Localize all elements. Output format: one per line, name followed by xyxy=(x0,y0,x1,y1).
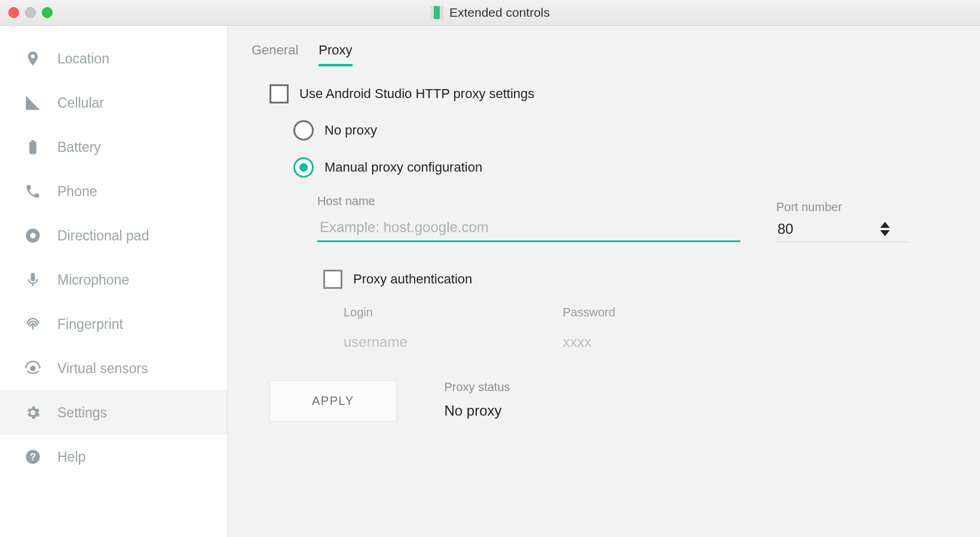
manual-proxy-radio[interactable] xyxy=(293,157,314,178)
svg-point-2 xyxy=(30,365,35,371)
use-android-studio-proxy-label: Use Android Studio HTTP proxy settings xyxy=(299,86,534,102)
app-icon xyxy=(430,6,443,19)
sidebar-item-phone[interactable]: Phone xyxy=(0,169,227,213)
proxy-auth-checkbox[interactable] xyxy=(323,270,342,289)
use-android-studio-proxy-checkbox[interactable] xyxy=(270,84,289,103)
sidebar-item-help[interactable]: ? Help xyxy=(0,435,227,479)
no-proxy-radio[interactable] xyxy=(293,120,314,141)
sidebar-item-label: Help xyxy=(57,449,85,465)
window-minimize-button[interactable] xyxy=(25,7,36,18)
proxy-auth-row: Proxy authentication xyxy=(323,270,956,289)
proxy-status: Proxy status No proxy xyxy=(445,380,510,419)
sidebar-item-location[interactable]: Location xyxy=(0,36,227,81)
fingerprint-icon xyxy=(24,315,42,333)
manual-proxy-row: Manual proxy configuration xyxy=(293,157,956,178)
no-proxy-row: No proxy xyxy=(293,120,956,141)
sidebar-item-label: Phone xyxy=(57,184,97,200)
cellular-signal-icon xyxy=(24,94,42,112)
sidebar-item-cellular[interactable]: Cellular xyxy=(0,81,227,125)
gear-icon xyxy=(24,404,42,422)
content-pane: General Proxy Use Android Studio HTTP pr… xyxy=(228,26,980,537)
sidebar-item-label: Virtual sensors xyxy=(57,361,148,377)
manual-proxy-label: Manual proxy configuration xyxy=(324,160,482,175)
port-stepper xyxy=(880,222,890,236)
microphone-icon xyxy=(24,271,42,289)
port-step-up[interactable] xyxy=(880,222,890,228)
login-label: Login xyxy=(344,306,408,319)
virtual-sensors-icon xyxy=(24,359,42,377)
sidebar-item-label: Microphone xyxy=(57,272,129,288)
password-input[interactable]: xxxx xyxy=(563,334,615,350)
window-close-button[interactable] xyxy=(8,7,19,18)
sidebar-item-label: Location xyxy=(57,51,109,67)
port-number-label: Port number xyxy=(776,200,908,214)
sidebar-item-label: Cellular xyxy=(57,95,104,111)
sidebar-item-battery[interactable]: Battery xyxy=(0,125,227,169)
sidebar-item-settings[interactable]: Settings xyxy=(0,390,227,435)
window-zoom-button[interactable] xyxy=(42,7,53,18)
sidebar-item-virtual-sensors[interactable]: Virtual sensors xyxy=(0,346,227,390)
host-name-label: Host name xyxy=(317,194,740,208)
sidebar: Location Cellular Battery Phone Directio xyxy=(0,26,228,537)
help-icon: ? xyxy=(24,448,42,466)
sidebar-item-label: Directional pad xyxy=(57,228,149,244)
host-name-input[interactable] xyxy=(317,214,740,242)
window-titlebar: Extended controls xyxy=(0,0,980,26)
port-step-down[interactable] xyxy=(880,230,890,236)
password-label: Password xyxy=(563,306,615,319)
sidebar-item-label: Settings xyxy=(57,405,107,421)
tab-general[interactable]: General xyxy=(252,42,298,66)
no-proxy-label: No proxy xyxy=(324,123,377,138)
apply-button[interactable]: APPLY xyxy=(270,380,397,422)
phone-icon xyxy=(24,182,42,200)
proxy-status-label: Proxy status xyxy=(445,380,510,394)
location-pin-icon xyxy=(24,50,42,68)
svg-point-1 xyxy=(30,233,35,238)
sidebar-item-dpad[interactable]: Directional pad xyxy=(0,213,227,258)
directional-pad-icon xyxy=(24,227,42,245)
tab-proxy[interactable]: Proxy xyxy=(318,42,352,66)
sidebar-item-label: Fingerprint xyxy=(57,316,123,332)
battery-icon xyxy=(24,138,42,156)
sidebar-item-fingerprint[interactable]: Fingerprint xyxy=(0,302,227,346)
window-controls xyxy=(8,7,53,18)
settings-tabs: General Proxy xyxy=(252,42,956,66)
svg-text:?: ? xyxy=(30,451,36,462)
window-title: Extended controls xyxy=(449,5,550,20)
port-number-input[interactable] xyxy=(776,220,874,238)
login-input[interactable]: username xyxy=(344,334,408,350)
sidebar-item-microphone[interactable]: Microphone xyxy=(0,258,227,302)
use-android-studio-proxy-row: Use Android Studio HTTP proxy settings xyxy=(270,84,956,103)
sidebar-item-label: Battery xyxy=(57,139,101,155)
proxy-auth-label: Proxy authentication xyxy=(353,271,472,287)
proxy-status-value: No proxy xyxy=(445,402,510,419)
